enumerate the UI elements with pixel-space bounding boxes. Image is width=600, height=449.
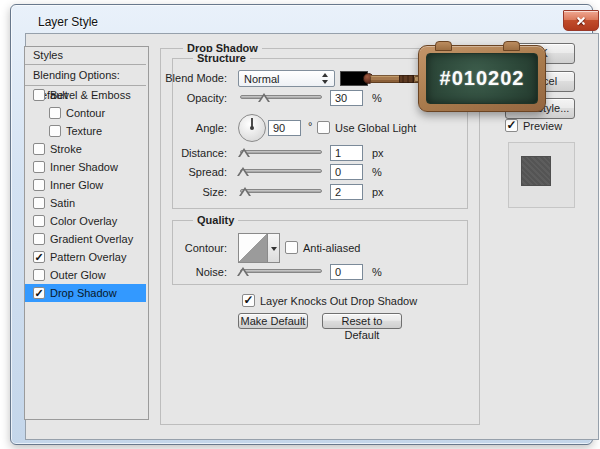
style-item-label: Inner Shadow: [50, 158, 118, 176]
slider-thumb[interactable]: [239, 187, 251, 197]
slider-thumb[interactable]: [238, 148, 250, 158]
slider-thumb[interactable]: [258, 93, 270, 103]
blend-mode-value: Normal: [244, 72, 279, 86]
style-item-gradient-overlay[interactable]: Gradient Overlay: [25, 230, 146, 248]
distance-input[interactable]: 1: [330, 145, 363, 161]
contour-picker[interactable]: [238, 233, 268, 263]
style-item-label: Contour: [66, 104, 105, 122]
opacity-input[interactable]: 30: [330, 90, 363, 106]
slider-track[interactable]: [240, 269, 322, 273]
distance-label: Distance:: [147, 147, 227, 159]
style-item-bevel-emboss[interactable]: Bevel & Emboss: [25, 86, 146, 104]
styles-header-label: Styles: [33, 47, 63, 64]
checkbox-icon[interactable]: ✓: [33, 251, 45, 263]
noise-input[interactable]: 0: [330, 264, 363, 280]
style-item-label: Stroke: [50, 140, 82, 158]
slider-track[interactable]: [240, 150, 322, 154]
spread-slider[interactable]: [240, 166, 322, 178]
hex-color-value: #010202: [440, 67, 525, 90]
screenshot-stage: Layer Style Styles Blending Options: Def…: [0, 0, 600, 449]
chalkboard-tab: [503, 41, 520, 51]
checkbox-icon[interactable]: [33, 161, 45, 173]
opacity-unit: %: [372, 92, 382, 104]
preview-thumbnail-box: [508, 142, 575, 208]
checkbox-icon[interactable]: [33, 197, 45, 209]
checkbox-icon[interactable]: [33, 89, 45, 101]
spread-input[interactable]: 0: [330, 164, 363, 180]
anti-aliased-checkbox[interactable]: [285, 241, 298, 254]
blending-options-item[interactable]: Blending Options: Default: [25, 65, 146, 86]
chalkboard-overlay: #010202: [418, 45, 546, 112]
style-item-drop-shadow[interactable]: ✓ Drop Shadow: [25, 284, 146, 302]
style-item-color-overlay[interactable]: Color Overlay: [25, 212, 146, 230]
reset-to-default-button[interactable]: Reset to Default: [322, 313, 402, 329]
preview-checkbox[interactable]: ✓: [505, 119, 518, 132]
checkbox-icon[interactable]: [33, 215, 45, 227]
quality-legend: Quality: [193, 214, 238, 226]
checkbox-icon[interactable]: [33, 143, 45, 155]
preview-shadow-swatch: [521, 156, 551, 186]
updown-arrows-icon: [322, 73, 329, 84]
style-item-stroke[interactable]: Stroke: [25, 140, 146, 158]
spread-label: Spread:: [147, 166, 227, 178]
chalkboard-surface: #010202: [426, 53, 538, 104]
checkbox-icon[interactable]: [49, 125, 61, 137]
checkbox-icon[interactable]: [49, 107, 61, 119]
preview-label: Preview: [523, 120, 562, 132]
pointer-stick: [363, 71, 423, 87]
angle-dial[interactable]: [238, 114, 266, 142]
slider-track[interactable]: [240, 95, 322, 99]
make-default-button[interactable]: Make Default: [238, 313, 308, 329]
pointer-band: [399, 75, 414, 83]
layer-knocks-out-checkbox[interactable]: ✓: [242, 294, 255, 307]
size-slider[interactable]: [240, 186, 322, 198]
size-input[interactable]: 2: [330, 184, 363, 200]
style-item-contour[interactable]: Contour: [25, 104, 146, 122]
spread-unit: %: [372, 166, 382, 178]
style-item-label: Satin: [50, 194, 75, 212]
style-item-inner-shadow[interactable]: Inner Shadow: [25, 158, 146, 176]
layer-knocks-out-label: Layer Knocks Out Drop Shadow: [260, 295, 417, 307]
style-item-satin[interactable]: Satin: [25, 194, 146, 212]
slider-track[interactable]: [240, 169, 322, 173]
style-item-label: Inner Glow: [50, 176, 103, 194]
noise-unit: %: [372, 266, 382, 278]
blend-mode-label: Blend Mode:: [147, 72, 227, 84]
noise-label: Noise:: [147, 266, 227, 278]
distance-slider[interactable]: [240, 147, 322, 159]
checkbox-icon[interactable]: [33, 179, 45, 191]
angle-input[interactable]: 90: [268, 120, 301, 136]
style-item-texture[interactable]: Texture: [25, 122, 146, 140]
use-global-light-checkbox[interactable]: [317, 121, 330, 134]
checkbox-icon[interactable]: [33, 269, 45, 281]
structure-legend: Structure: [193, 52, 250, 64]
contour-label: Contour:: [147, 242, 227, 254]
opacity-label: Opacity:: [147, 92, 227, 104]
style-item-label: Pattern Overlay: [50, 248, 126, 266]
slider-thumb[interactable]: [237, 167, 249, 177]
style-item-label: Color Overlay: [50, 212, 117, 230]
style-item-pattern-overlay[interactable]: ✓ Pattern Overlay: [25, 248, 146, 266]
close-icon: [576, 16, 586, 26]
style-item-outer-glow[interactable]: Outer Glow: [25, 266, 146, 284]
checkbox-icon[interactable]: [33, 233, 45, 245]
angle-label: Angle:: [147, 122, 227, 134]
noise-slider[interactable]: [240, 266, 322, 278]
anti-aliased-label: Anti-aliased: [303, 242, 360, 254]
size-label: Size:: [147, 186, 227, 198]
opacity-slider[interactable]: [240, 92, 322, 104]
style-item-inner-glow[interactable]: Inner Glow: [25, 176, 146, 194]
size-unit: px: [372, 186, 384, 198]
dropdown-arrow-icon: [271, 247, 277, 251]
slider-thumb[interactable]: [237, 267, 249, 277]
contour-dropdown-button[interactable]: [267, 233, 280, 263]
close-button[interactable]: [563, 10, 599, 31]
style-item-label: Bevel & Emboss: [50, 86, 131, 104]
blend-mode-dropdown[interactable]: Normal: [238, 70, 335, 87]
chalkboard-tab: [435, 41, 452, 51]
slider-track[interactable]: [240, 189, 322, 193]
checkbox-icon[interactable]: ✓: [33, 287, 45, 299]
dialog-title: Layer Style: [38, 15, 98, 29]
use-global-light-label: Use Global Light: [335, 122, 416, 134]
styles-list: Styles Blending Options: Default Bevel &…: [24, 46, 149, 420]
